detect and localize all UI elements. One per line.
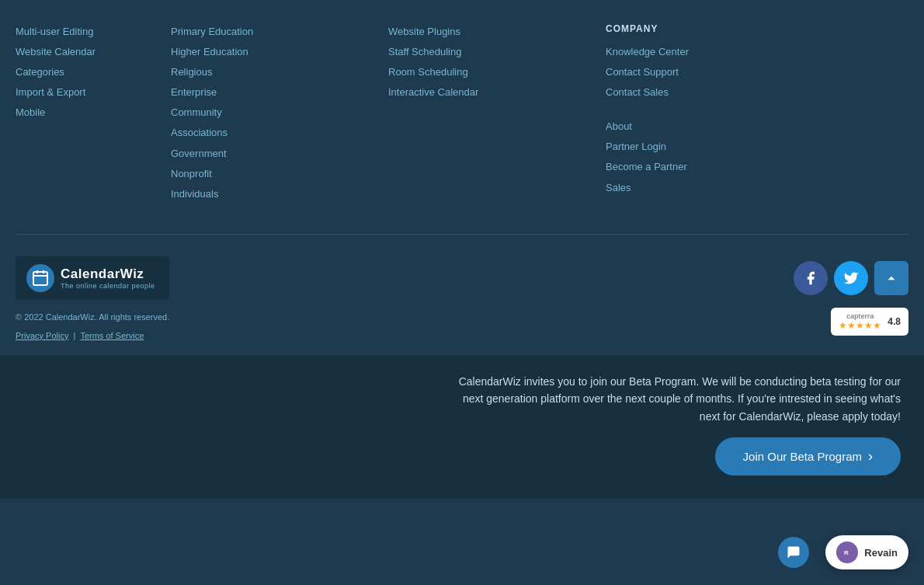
separator: |: [74, 331, 76, 340]
company-header: COMPANY: [606, 23, 839, 34]
captcha-rating: 4.8: [888, 316, 901, 327]
scroll-top-button[interactable]: [874, 261, 908, 295]
captcha-badge: capterra ★★★★★ 4.8: [831, 308, 908, 336]
privacy-policy-link[interactable]: Privacy Policy: [16, 331, 68, 340]
captcha-stars: ★★★★★: [839, 320, 881, 331]
twitter-icon[interactable]: [834, 261, 868, 295]
link-religious[interactable]: Religious: [171, 64, 388, 81]
beta-program-button[interactable]: Join Our Beta Program ›: [715, 437, 901, 475]
link-multi-user-editing[interactable]: Multi-user Editing: [16, 23, 171, 40]
nav-col-4: COMPANY Knowledge Center Contact Support…: [606, 23, 839, 203]
terms-link[interactable]: Terms of Service: [80, 331, 144, 340]
link-room-scheduling[interactable]: Room Scheduling: [388, 64, 606, 81]
link-individuals[interactable]: Individuals: [171, 186, 388, 203]
link-government[interactable]: Government: [171, 145, 388, 162]
svg-text:R: R: [844, 549, 849, 556]
revain-widget[interactable]: R Revain: [825, 535, 908, 569]
link-become-partner[interactable]: Become a Partner: [606, 158, 839, 176]
captcha-label: capterra: [846, 312, 874, 320]
link-about[interactable]: About: [606, 118, 839, 135]
beta-section: CalendarWiz invites you to join our Beta…: [0, 356, 924, 499]
nav-col-1: Multi-user Editing Website Calendar Cate…: [16, 23, 171, 203]
link-staff-scheduling[interactable]: Staff Scheduling: [388, 44, 606, 61]
beta-text: CalendarWiz invites you to join our Beta…: [450, 373, 901, 425]
beta-btn-label: Join Our Beta Program: [743, 450, 862, 463]
facebook-icon[interactable]: [794, 261, 828, 295]
social-and-scroll: capterra ★★★★★ 4.8: [794, 261, 908, 336]
revain-icon: R: [836, 541, 858, 563]
beta-btn-arrow: ›: [868, 448, 873, 465]
logo-text-area: CalendarWiz The online calendar people: [61, 266, 155, 290]
logo-box: CalendarWiz The online calendar people: [16, 256, 169, 300]
link-import-export[interactable]: Import & Export: [16, 84, 171, 101]
link-associations[interactable]: Associations: [171, 124, 388, 141]
nav-col-2: Primary Education Higher Education Relig…: [171, 23, 388, 203]
link-partner-login[interactable]: Partner Login: [606, 138, 839, 155]
footer-logo-area: CalendarWiz The online calendar people ©…: [16, 256, 169, 340]
revain-label: Revain: [864, 547, 898, 559]
main-footer: Multi-user Editing Website Calendar Cate…: [0, 0, 924, 499]
link-categories[interactable]: Categories: [16, 64, 171, 81]
chat-bubble[interactable]: [778, 537, 809, 568]
footer-bottom: CalendarWiz The online calendar people ©…: [0, 242, 924, 348]
copyright-text: © 2022 CalendarWiz. All rights reserved.: [16, 312, 169, 322]
logo-sub-text: The online calendar people: [61, 282, 155, 290]
link-enterprise[interactable]: Enterprise: [171, 84, 388, 101]
link-knowledge-center[interactable]: Knowledge Center: [606, 44, 839, 61]
logo-icon: [26, 264, 54, 292]
link-nonprofit[interactable]: Nonprofit: [171, 165, 388, 183]
link-community[interactable]: Community: [171, 104, 388, 121]
link-contact-support[interactable]: Contact Support: [606, 64, 839, 81]
logo-main-text: CalendarWiz: [61, 266, 155, 282]
link-website-calendar[interactable]: Website Calendar: [16, 44, 171, 61]
link-website-plugins[interactable]: Website Plugins: [388, 23, 606, 40]
link-higher-education[interactable]: Higher Education: [171, 44, 388, 61]
link-interactive-calendar[interactable]: Interactive Calendar: [388, 84, 606, 101]
nav-col-3: Website Plugins Staff Scheduling Room Sc…: [388, 23, 606, 203]
privacy-links: Privacy Policy | Terms of Service: [16, 331, 169, 340]
nav-grid: Multi-user Editing Website Calendar Cate…: [0, 16, 924, 226]
link-contact-sales[interactable]: Contact Sales: [606, 84, 839, 101]
svg-rect-0: [33, 272, 47, 285]
social-icons-row: [794, 261, 908, 295]
link-mobile[interactable]: Mobile: [16, 104, 171, 121]
link-primary-education[interactable]: Primary Education: [171, 23, 388, 40]
footer-divider: [16, 234, 908, 235]
link-sales[interactable]: Sales: [606, 179, 839, 197]
